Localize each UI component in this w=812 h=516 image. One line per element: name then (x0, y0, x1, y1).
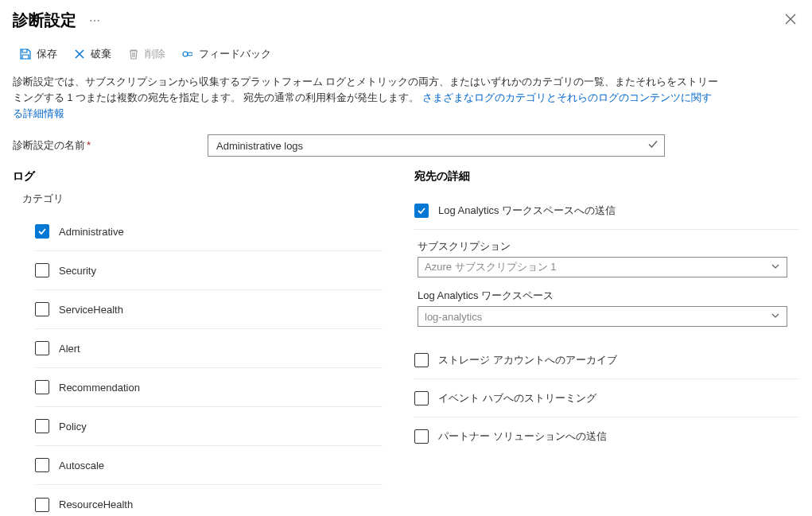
discard-icon (73, 48, 86, 60)
category-row: Security (35, 251, 383, 290)
toolbar: 保存 破棄 削除 フィードバック (0, 37, 812, 74)
required-indicator: * (87, 139, 91, 151)
delete-button: 削除 (121, 44, 172, 64)
workspace-dropdown[interactable]: log-analytics (418, 306, 787, 327)
chevron-down-icon (771, 311, 780, 323)
category-label: Policy (59, 421, 87, 433)
description: 診断設定では、サブスクリプションから収集するプラットフォーム ログとメトリックの… (0, 74, 732, 134)
name-field-label: 診断設定の名前* (13, 138, 208, 153)
category-label: ServiceHealth (59, 304, 123, 316)
discard-label: 破棄 (91, 47, 111, 61)
check-icon (647, 139, 659, 153)
page-title: 診断設定 (13, 10, 76, 31)
logs-heading: ログ (13, 169, 383, 184)
checkbox-partner[interactable] (414, 429, 429, 444)
svg-point-0 (183, 52, 188, 56)
more-button[interactable]: ⋯ (86, 11, 103, 30)
dest-storage-label: ストレージ アカウントへのアーカイブ (438, 353, 617, 367)
category-label: Recommendation (59, 382, 140, 394)
category-label: Security (59, 265, 96, 277)
category-row: Alert (35, 329, 383, 368)
save-button[interactable]: 保存 (13, 44, 64, 64)
delete-label: 削除 (145, 47, 165, 61)
name-input[interactable] (208, 134, 665, 157)
dest-partner-label: パートナー ソリューションへの送信 (438, 429, 607, 444)
save-label: 保存 (37, 47, 57, 61)
save-icon (19, 48, 32, 60)
checkbox-administrative[interactable] (35, 224, 49, 239)
workspace-value: log-analytics (425, 311, 482, 323)
subscription-dropdown[interactable]: Azure サブスクリプション 1 (418, 257, 787, 277)
category-row: Administrative (35, 212, 383, 251)
checkbox-policy[interactable] (35, 419, 49, 433)
subscription-value: Azure サブスクリプション 1 (425, 260, 556, 274)
feedback-icon (181, 48, 194, 60)
checkbox-autoscale[interactable] (35, 458, 49, 472)
category-row: Policy (35, 407, 383, 446)
category-label: Autoscale (59, 460, 104, 471)
trash-icon (127, 48, 140, 60)
category-row: ServiceHealth (35, 290, 383, 329)
category-row: Recommendation (35, 368, 383, 407)
discard-button[interactable]: 破棄 (67, 44, 118, 64)
category-label: Alert (59, 343, 80, 355)
checkbox-alert[interactable] (35, 341, 49, 355)
close-button[interactable] (782, 10, 799, 30)
category-list: Administrative Security ServiceHealth Al… (35, 212, 383, 516)
destination-heading: 宛先の詳細 (414, 169, 799, 184)
dest-log-analytics-label: Log Analytics ワークスペースへの送信 (438, 204, 616, 218)
close-icon (785, 14, 796, 25)
category-heading: カテゴリ (22, 192, 383, 206)
feedback-label: フィードバック (199, 47, 271, 61)
feedback-button[interactable]: フィードバック (175, 44, 278, 64)
checkbox-servicehealth[interactable] (35, 302, 49, 316)
category-label: Administrative (59, 226, 124, 238)
workspace-label: Log Analytics ワークスペース (418, 289, 799, 303)
checkbox-resourcehealth[interactable] (35, 498, 49, 512)
subscription-label: サブスクリプション (418, 239, 799, 254)
category-label: ResourceHealth (59, 499, 133, 510)
category-row: ResourceHealth (35, 485, 383, 516)
checkbox-event-hub[interactable] (414, 391, 429, 405)
dest-eventhub-label: イベント ハブへのストリーミング (438, 391, 596, 405)
checkbox-recommendation[interactable] (35, 380, 49, 394)
category-row: Autoscale (35, 446, 383, 485)
checkbox-storage[interactable] (414, 353, 429, 367)
checkbox-log-analytics[interactable] (414, 204, 429, 218)
chevron-down-icon (771, 262, 780, 274)
checkbox-security[interactable] (35, 263, 49, 277)
